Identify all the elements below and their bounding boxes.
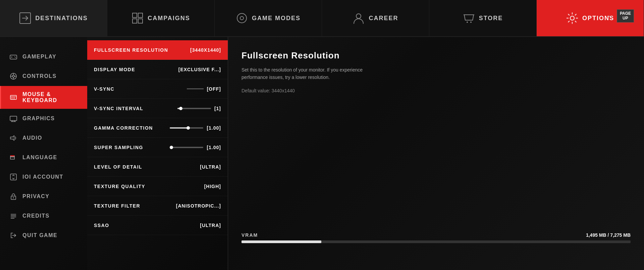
gamma-correction-slider: [1.00]	[170, 125, 221, 131]
svg-rect-3	[132, 19, 137, 23]
ssao-label: SSAO	[94, 223, 109, 228]
texture-quality-value: [HIGH]	[204, 184, 221, 189]
ioi-account-icon	[9, 173, 18, 181]
nav-item-campaigns[interactable]: CAMPAIGNS	[107, 0, 215, 36]
super-sampling-slider: [1.00]	[170, 145, 221, 150]
settings-item-vsync-interval[interactable]: V-SYNC INTERVAL [1]	[87, 99, 228, 118]
destinations-icon	[19, 12, 31, 24]
vram-bar-background	[241, 240, 631, 243]
sidebar-item-ioi-account[interactable]: IOI ACCOUNT	[0, 167, 87, 187]
gameplay-icon	[9, 52, 18, 61]
nav-item-career[interactable]: CAREER	[322, 0, 429, 36]
audio-icon	[9, 134, 18, 142]
options-icon	[566, 12, 578, 24]
arrow-left-icon[interactable]: ←	[607, 12, 613, 20]
vram-label: VRAM	[241, 232, 258, 238]
vsync-toggle-line	[187, 88, 204, 89]
nav-item-store[interactable]: STORE	[429, 0, 537, 36]
gamma-correction-label: GAMMA CORRECTION	[94, 125, 153, 131]
svg-marker-29	[10, 136, 14, 140]
svg-point-10	[570, 16, 574, 20]
quit-game-label: QUIT GAME	[22, 232, 57, 238]
mouse-keyboard-label: MOUSE & KEYBOARD	[22, 91, 79, 103]
privacy-label: PRIVACY	[22, 193, 49, 199]
sidebar-item-graphics[interactable]: GRAPHICS	[0, 109, 87, 128]
controls-icon	[9, 72, 18, 81]
svg-point-7	[356, 14, 361, 18]
settings-item-display-mode[interactable]: DISPLAY MODE [EXCLUSIVE F...]	[87, 60, 228, 79]
svg-rect-4	[138, 19, 143, 23]
nav-item-destinations[interactable]: DESTINATIONS	[0, 0, 107, 36]
page-up-button[interactable]: PAGEUP	[617, 9, 634, 22]
info-title: Fullscreen Resolution	[241, 50, 631, 61]
sidebar: GAMEPLAY CONTROLS	[0, 37, 87, 270]
texture-filter-label: TEXTURE FILTER	[94, 203, 140, 209]
vsync-interval-thumb	[179, 107, 182, 110]
svg-point-35	[13, 197, 14, 198]
credits-icon	[9, 212, 18, 220]
info-description: Set this to the resolution of your monit…	[241, 66, 369, 81]
main-content: GAMEPLAY CONTROLS	[0, 37, 644, 270]
language-icon	[9, 153, 18, 162]
store-icon	[463, 12, 475, 24]
vsync-interval-track	[177, 108, 211, 109]
graphics-icon	[9, 114, 18, 123]
svg-rect-2	[138, 13, 143, 17]
fullscreen-resolution-value: [3440X1440]	[190, 47, 221, 53]
settings-item-fullscreen-resolution[interactable]: FULLSCREEN RESOLUTION [3440X1440]	[87, 40, 228, 60]
svg-rect-20	[10, 95, 16, 99]
privacy-icon	[9, 192, 18, 201]
sidebar-item-gameplay[interactable]: GAMEPLAY	[0, 47, 87, 66]
settings-item-gamma-correction[interactable]: GAMMA CORRECTION [1.00]	[87, 118, 228, 138]
game-modes-label: GAME MODES	[252, 15, 301, 22]
svg-point-5	[237, 13, 247, 23]
info-default-value: 3440x1440	[272, 88, 295, 93]
info-panel: Fullscreen Resolution Set this to the re…	[228, 37, 644, 270]
display-mode-label: DISPLAY MODE	[94, 67, 135, 72]
campaigns-icon	[131, 12, 144, 24]
audio-label: AUDIO	[22, 135, 42, 141]
nav-item-game-modes[interactable]: GAME MODES	[215, 0, 322, 36]
language-label: LANGUAGE	[22, 154, 57, 161]
ioi-account-label: IOI ACCOUNT	[22, 174, 63, 180]
super-sampling-thumb	[170, 146, 173, 149]
settings-item-vsync[interactable]: V-SYNC [OFF]	[87, 79, 228, 99]
sidebar-item-controls[interactable]: CONTROLS	[0, 66, 87, 86]
vsync-toggle-container: [OFF]	[187, 86, 221, 92]
vsync-interval-slider: [1]	[177, 106, 221, 111]
svg-rect-1	[132, 13, 137, 17]
sidebar-item-audio[interactable]: AUDIO	[0, 128, 87, 148]
game-modes-icon	[236, 12, 248, 24]
settings-item-texture-filter[interactable]: TEXTURE FILTER [ANISOTROPIC...]	[87, 196, 228, 216]
settings-item-level-of-detail[interactable]: LEVEL OF DETAIL [ULTRA]	[87, 157, 228, 177]
vram-bar-fill	[241, 240, 321, 243]
gamma-correction-value: [1.00]	[207, 125, 221, 131]
vram-header: VRAM 1,495 MB / 7,275 MB	[241, 232, 631, 238]
graphics-label: GRAPHICS	[22, 116, 55, 122]
level-of-detail-label: LEVEL OF DETAIL	[94, 164, 142, 170]
gamma-correction-track	[170, 127, 203, 129]
vsync-label: V-SYNC	[94, 86, 114, 92]
sidebar-item-credits[interactable]: CREDITS	[0, 206, 87, 226]
settings-item-super-sampling[interactable]: SUPER SAMPLING [1.00]	[87, 138, 228, 157]
destinations-label: DESTINATIONS	[35, 15, 88, 22]
sidebar-item-quit-game[interactable]: QUIT GAME	[0, 226, 87, 245]
info-default: Default value: 3440x1440	[241, 88, 631, 93]
svg-rect-25	[10, 116, 17, 121]
settings-panel: FULLSCREEN RESOLUTION [3440X1440] DISPLA…	[87, 37, 228, 270]
level-of-detail-value: [ULTRA]	[200, 164, 221, 170]
fullscreen-resolution-label: FULLSCREEN RESOLUTION	[94, 47, 168, 53]
super-sampling-value: [1.00]	[207, 145, 221, 150]
sidebar-item-mouse-keyboard[interactable]: MOUSE & KEYBOARD	[0, 86, 87, 109]
campaigns-label: CAMPAIGNS	[148, 15, 190, 22]
sidebar-item-privacy[interactable]: PRIVACY	[0, 187, 87, 206]
quit-game-icon	[9, 231, 18, 240]
career-label: CAREER	[369, 15, 398, 22]
display-mode-value: [EXCLUSIVE F...]	[178, 67, 221, 72]
svg-point-8	[467, 21, 468, 23]
gameplay-label: GAMEPLAY	[22, 54, 56, 60]
settings-item-texture-quality[interactable]: TEXTURE QUALITY [HIGH]	[87, 177, 228, 196]
vsync-interval-value: [1]	[214, 106, 221, 111]
settings-item-ssao[interactable]: SSAO [ULTRA]	[87, 216, 228, 235]
sidebar-item-language[interactable]: LANGUAGE	[0, 148, 87, 167]
